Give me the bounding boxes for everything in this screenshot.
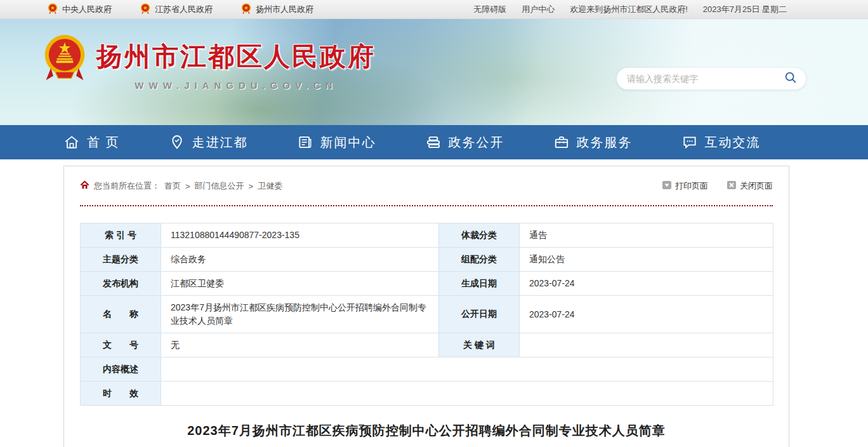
- home-icon: [63, 134, 80, 150]
- breadcrumb-separator: >: [185, 182, 190, 191]
- national-emblem-icon: [140, 3, 151, 16]
- nav-item-about-jiangdu[interactable]: 走进江都: [169, 134, 248, 151]
- topbar-link-jiangsu-gov[interactable]: 江苏省人民政府: [140, 3, 213, 16]
- national-emblem-icon: [47, 3, 58, 16]
- meta-value-validity: [161, 382, 773, 406]
- meta-value-name: 2023年7月扬州市江都区疾病预防控制中心公开招聘编外合同制专业技术人员简章: [161, 296, 439, 333]
- close-page-button[interactable]: 关闭页面: [727, 180, 773, 192]
- nav-item-interaction[interactable]: 互动交流: [681, 134, 761, 151]
- meta-value-genre-category: 通告: [520, 223, 773, 248]
- breadcrumb-item-dept-info[interactable]: 部门信息公开: [195, 180, 244, 192]
- breadcrumb-separator: >: [249, 182, 254, 191]
- print-page-button[interactable]: 打印页面: [662, 180, 708, 192]
- table-row: 名 称 2023年7月扬州市江都区疾病预防控制中心公开招聘编外合同制专业技术人员…: [81, 296, 773, 333]
- meta-label-genre-category: 体裁分类: [439, 223, 520, 248]
- meta-label-created-date: 生成日期: [439, 272, 520, 296]
- site-title: 扬州市江都区人民政府: [96, 39, 376, 74]
- topbar-link-label: 江苏省人民政府: [155, 4, 213, 15]
- site-url: WWW.JIANGDU.GOV.CN: [96, 80, 376, 91]
- table-row: 内容概述: [81, 357, 773, 382]
- meta-value-content-summary: [161, 357, 773, 382]
- meta-value-public-date: 2023-07-24: [520, 296, 773, 333]
- breadcrumb-prefix: 您当前所在位置：: [94, 180, 160, 192]
- site-brand[interactable]: 扬州市江都区人民政府 WWW.JIANGDU.GOV.CN: [41, 32, 376, 91]
- map-pin-icon: [169, 134, 185, 150]
- nav-item-label: 走进江都: [192, 134, 248, 151]
- chat-bubble-icon: [681, 134, 698, 150]
- nav-item-news-center[interactable]: 新闻中心: [297, 134, 376, 151]
- meta-value-keywords: [520, 333, 773, 357]
- breadcrumb-item-home[interactable]: 首页: [164, 180, 181, 192]
- nav-item-gov-info-disclosure[interactable]: 政务公开: [425, 134, 504, 151]
- meta-value-created-date: 2023-07-24: [520, 272, 773, 296]
- nav-item-label: 政务公开: [449, 134, 504, 151]
- close-icon: [727, 181, 736, 191]
- meta-value-group-category: 通知公告: [520, 248, 773, 272]
- national-emblem-icon: [240, 3, 252, 16]
- search-input[interactable]: [627, 74, 784, 84]
- nav-item-label: 新闻中心: [320, 134, 376, 151]
- site-emblem-icon: [41, 32, 89, 89]
- document-meta-table: 索 引 号 113210880144490877-2023-135 体裁分类 通…: [80, 223, 773, 406]
- topbar-gov-links: 中央人民政府 江苏省人民政府 扬州市人民政府: [47, 3, 313, 16]
- table-row: 发布机构 江都区卫健委 生成日期 2023-07-24: [81, 272, 773, 296]
- print-page-label: 打印页面: [675, 180, 708, 192]
- header-banner: 扬州市江都区人民政府 WWW.JIANGDU.GOV.CN: [0, 19, 868, 125]
- content-box: 您当前所在位置： 首页 > 部门信息公开 > 卫健委 打印页面: [63, 166, 789, 447]
- nav-item-label: 互动交流: [705, 134, 761, 151]
- search-icon[interactable]: [784, 70, 798, 87]
- topbar: 中央人民政府 江苏省人民政府 扬州市人民政府 无障碍版 用户中心 欢迎来到扬州市…: [0, 0, 868, 19]
- main-nav: 首 页 走进江都 新闻中心 政务公开 政务服务: [0, 125, 868, 159]
- search-box[interactable]: [617, 68, 806, 90]
- books-stack-icon: [425, 134, 442, 150]
- accessibility-link[interactable]: 无障碍版: [473, 4, 506, 15]
- meta-label-group-category: 组配分类: [439, 248, 520, 272]
- dotted-divider: [80, 205, 773, 206]
- topbar-right: 无障碍版 用户中心 欢迎来到扬州市江都区人民政府! 2023年7月25日 星期二: [473, 4, 787, 15]
- article-title: 2023年7月扬州市江都区疾病预防控制中心公开招聘编外合同制专业技术人员简章: [77, 422, 776, 439]
- meta-label-name: 名 称: [81, 296, 161, 333]
- meta-label-publisher: 发布机构: [81, 272, 161, 296]
- nav-item-label: 首 页: [87, 134, 120, 151]
- topbar-link-yangzhou-gov[interactable]: 扬州市人民政府: [240, 3, 313, 16]
- brand-text: 扬州市江都区人民政府 WWW.JIANGDU.GOV.CN: [96, 32, 376, 91]
- table-row: 索 引 号 113210880144490877-2023-135 体裁分类 通…: [81, 223, 773, 248]
- table-row: 主题分类 综合政务 组配分类 通知公告: [81, 248, 773, 272]
- meta-label-index-number: 索 引 号: [81, 223, 161, 248]
- meta-label-doc-number: 文 号: [81, 333, 161, 357]
- topbar-link-central-gov[interactable]: 中央人民政府: [47, 3, 112, 16]
- close-page-label: 关闭页面: [740, 180, 773, 192]
- meta-value-doc-number: 无: [161, 333, 439, 357]
- meta-value-publisher: 江都区卫健委: [161, 272, 439, 296]
- print-icon: [662, 181, 671, 191]
- meta-label-validity: 时 效: [81, 382, 161, 406]
- table-row: 时 效: [81, 382, 773, 406]
- meta-value-index-number: 113210880144490877-2023-135: [161, 223, 439, 248]
- newspaper-icon: [297, 134, 313, 150]
- home-red-icon: [80, 180, 89, 192]
- briefcase-icon: [553, 134, 570, 150]
- breadcrumb-row: 您当前所在位置： 首页 > 部门信息公开 > 卫健委 打印页面: [80, 180, 773, 192]
- meta-label-keywords: 关 键 词: [439, 333, 520, 357]
- date-text: 2023年7月25日 星期二: [703, 4, 787, 15]
- page: 中央人民政府 江苏省人民政府 扬州市人民政府 无障碍版 用户中心 欢迎来到扬州市…: [0, 0, 868, 447]
- nav-item-gov-services[interactable]: 政务服务: [553, 134, 633, 151]
- meta-label-topic-category: 主题分类: [81, 248, 161, 272]
- breadcrumb: 您当前所在位置： 首页 > 部门信息公开 > 卫健委: [80, 180, 282, 192]
- table-row: 文 号 无 关 键 词: [81, 333, 773, 357]
- breadcrumb-item-current: 卫健委: [258, 180, 282, 192]
- meta-label-content-summary: 内容概述: [81, 357, 161, 382]
- page-actions: 打印页面 关闭页面: [662, 180, 773, 192]
- nav-item-home[interactable]: 首 页: [63, 134, 120, 151]
- welcome-text: 欢迎来到扬州市江都区人民政府!: [570, 4, 688, 15]
- meta-label-public-date: 公开日期: [439, 296, 520, 333]
- nav-item-label: 政务服务: [577, 134, 633, 151]
- topbar-link-label: 扬州市人民政府: [256, 4, 313, 15]
- user-center-link[interactable]: 用户中心: [522, 4, 555, 15]
- meta-value-topic-category: 综合政务: [161, 248, 439, 272]
- topbar-link-label: 中央人民政府: [62, 4, 112, 15]
